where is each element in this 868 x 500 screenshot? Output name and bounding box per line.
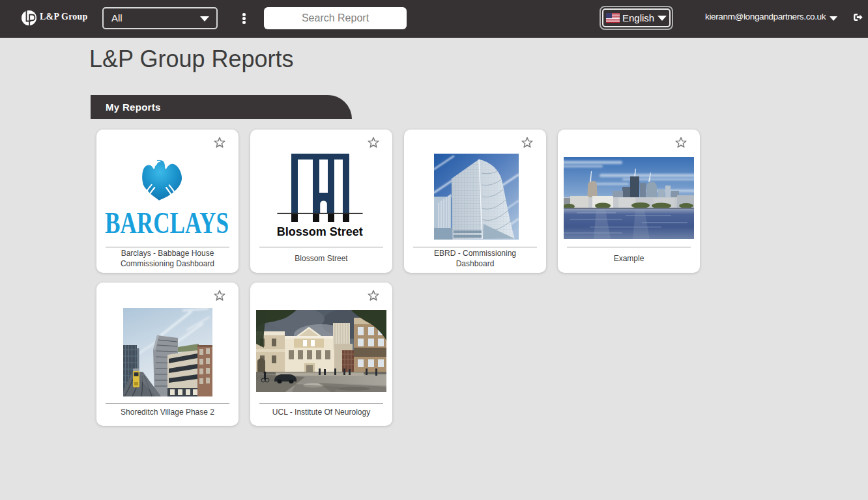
svg-text:Blossom Street: Blossom Street <box>277 225 363 238</box>
svg-text:BARCLAYS: BARCLAYS <box>105 206 229 240</box>
